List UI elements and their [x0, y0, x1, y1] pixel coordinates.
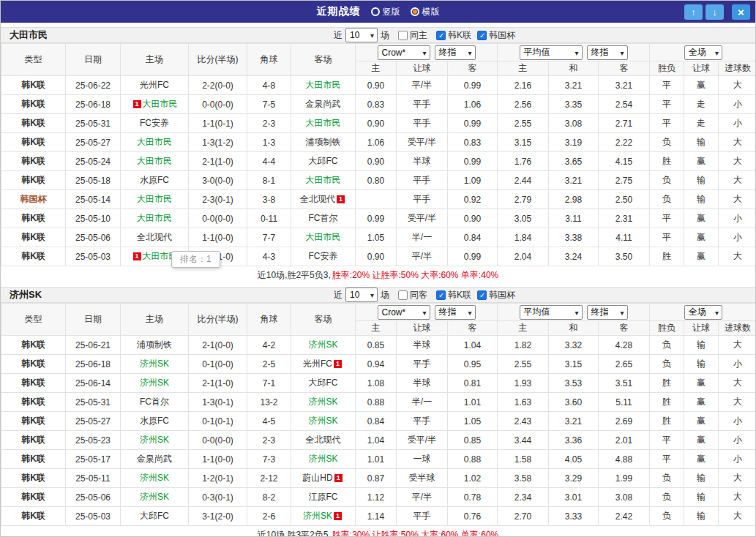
corner-cell: 4-5 [247, 412, 291, 431]
league-checkbox[interactable]: 韩K联 [436, 289, 471, 301]
average-stage-select[interactable]: 终指 [587, 45, 628, 60]
avg-home-cell: 1.58 [498, 450, 549, 469]
close-button[interactable]: × [732, 4, 750, 20]
team-name[interactable]: 金泉尚武 [137, 454, 172, 464]
team-name[interactable]: 大田市民 [306, 232, 341, 242]
team-name[interactable]: FC首尔 [140, 397, 169, 407]
checkbox-checked-icon[interactable] [477, 290, 487, 300]
team-name[interactable]: 大田市民 [137, 156, 172, 166]
move-up-button[interactable]: ↑ [684, 4, 703, 20]
handicap-line-cell: 受平/半 [397, 431, 448, 450]
match-count-select[interactable]: 10 [345, 288, 378, 302]
col-header-avg-away: 客 [599, 61, 650, 76]
team-name[interactable]: 济州SK [140, 473, 169, 483]
team-name[interactable]: 大邱FC [309, 156, 338, 166]
same-venue-checkbox[interactable]: 同客 [398, 289, 427, 301]
date-cell: 25-05-11 [66, 469, 121, 488]
team-name[interactable]: 全北现代 [306, 435, 341, 445]
away-odds-cell: 0.88 [448, 450, 498, 469]
radio-icon[interactable] [371, 7, 380, 16]
average-select[interactable]: 平均值 [520, 305, 583, 320]
avg-home-cell: 2.79 [498, 190, 549, 209]
team-name[interactable]: 济州SK [308, 454, 337, 464]
average-select[interactable]: 平均值 [520, 45, 583, 60]
team-name[interactable]: 大邱FC [140, 511, 169, 521]
bookmaker-select[interactable]: Crow* [378, 45, 430, 60]
move-down-button[interactable]: ↓ [706, 4, 724, 20]
layout-radio-horizontal[interactable]: 横版 [411, 6, 440, 18]
scope-group-header: 全场 [650, 44, 756, 61]
bookmaker-select[interactable]: Crow* [378, 305, 430, 320]
handicap-result-cell: 输 [684, 336, 719, 355]
team-name[interactable]: 大田市民 [143, 99, 178, 109]
team-name[interactable]: 全北现代 [300, 194, 335, 204]
corner-cell: 8-2 [247, 488, 291, 507]
result-cell: 胜 [650, 152, 684, 171]
team-name[interactable]: 大田市民 [137, 137, 172, 147]
team-name[interactable]: 济州SK [303, 511, 332, 521]
team-name[interactable]: 全北现代 [137, 232, 172, 242]
cup-checkbox[interactable]: 韩国杯 [477, 289, 515, 301]
team-name[interactable]: 济州SK [308, 397, 337, 407]
team-name[interactable]: 金泉尚武 [306, 99, 341, 109]
team-name[interactable]: FC首尔 [309, 213, 338, 223]
team-name[interactable]: 浦项制铁 [137, 339, 172, 350]
team-name[interactable]: 济州SK [308, 416, 337, 426]
checkbox-label: 韩国杯 [489, 289, 515, 301]
handicap-result-cell: 赢 [684, 393, 719, 412]
match-row: 韩K联25-05-27水原FC0-1(0-1)4-5济州SK0.84平手1.05… [1, 412, 756, 431]
team-name[interactable]: 济州SK [140, 358, 169, 369]
goals-cell: 小 [719, 431, 756, 450]
team-name[interactable]: 济州SK [308, 339, 337, 350]
layout-radio-vertical[interactable]: 竖版 [371, 6, 400, 18]
score-cell: 1-3(1-2) [189, 133, 247, 152]
odds-group-header: Crow* 终指 [356, 304, 498, 321]
away-odds-cell: 0.81 [448, 374, 498, 393]
odds-stage-select[interactable]: 终指 [435, 305, 476, 320]
away-team-cell: 济州SK [291, 412, 356, 431]
team-name[interactable]: 大田市民 [306, 175, 341, 185]
games-label: 场 [381, 289, 389, 301]
col-header-odds-line: 让球 [397, 61, 448, 76]
checkbox-checked-icon[interactable] [436, 290, 446, 300]
radio-selected-icon[interactable] [411, 7, 419, 16]
checkbox-checked-icon[interactable] [477, 31, 487, 40]
goals-cell: 大 [719, 190, 756, 209]
team-name[interactable]: 大田市民 [306, 118, 341, 128]
team-name[interactable]: 大田市民 [137, 194, 172, 204]
result-cell: 平 [650, 450, 684, 469]
away-odds-cell: 0.84 [448, 228, 498, 247]
team-name[interactable]: 浦项制铁 [306, 137, 341, 147]
team-name[interactable]: 光州FC [303, 358, 332, 369]
team-name[interactable]: 水原FC [140, 416, 169, 426]
scope-select[interactable]: 全场 [684, 45, 722, 60]
odds-stage-select[interactable]: 终指 [435, 45, 476, 60]
checkbox-icon[interactable] [398, 290, 408, 300]
team-name[interactable]: 济州SK [140, 378, 169, 388]
league-checkbox[interactable]: 韩K联 [436, 29, 471, 42]
checkbox-icon[interactable] [398, 31, 408, 40]
date-cell: 25-05-10 [66, 209, 121, 228]
team-name[interactable]: FC安养 [140, 118, 169, 128]
match-count-select[interactable]: 10 [345, 28, 378, 42]
team-name[interactable]: 大田市民 [137, 213, 172, 223]
team-name[interactable]: 光州FC [140, 80, 169, 90]
checkbox-checked-icon[interactable] [436, 31, 446, 40]
date-cell: 25-05-24 [66, 152, 121, 171]
scope-select[interactable]: 全场 [684, 305, 722, 320]
cup-checkbox[interactable]: 韩国杯 [477, 29, 515, 42]
handicap-result-cell: 输 [684, 190, 719, 209]
same-venue-checkbox[interactable]: 同主 [398, 29, 427, 42]
team-name[interactable]: 大邱FC [309, 378, 338, 388]
team-name[interactable]: 济州SK [140, 435, 169, 445]
away-team-cell: FC安养 [291, 247, 356, 266]
team-name[interactable]: FC安养 [309, 251, 338, 261]
team-name[interactable]: 大田市民 [306, 80, 341, 90]
col-header-avg-home: 主 [498, 321, 549, 336]
average-stage-select[interactable]: 终指 [587, 305, 628, 320]
team-name[interactable]: 蔚山HD [302, 473, 332, 483]
team-name[interactable]: 济州SK [140, 492, 169, 502]
team-name[interactable]: 江原FC [309, 492, 338, 502]
col-header-score: 比分(半场) [189, 304, 247, 336]
team-name[interactable]: 水原FC [140, 175, 169, 185]
